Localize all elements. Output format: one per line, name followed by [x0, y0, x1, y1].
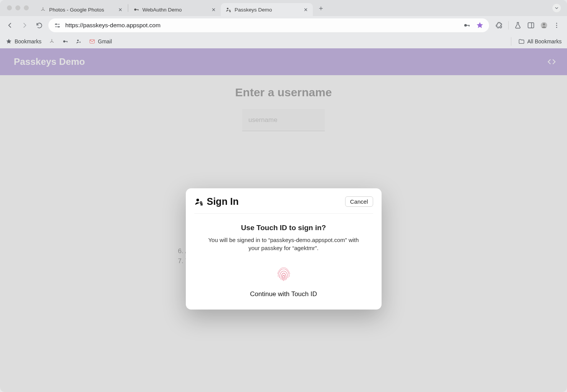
svg-point-13	[556, 23, 557, 24]
svg-point-23	[200, 201, 202, 203]
svg-point-16	[63, 40, 65, 42]
traffic-close[interactable]	[7, 5, 12, 10]
dialog-body: Use Touch ID to sign in? You will be sig…	[194, 224, 373, 298]
svg-point-4	[229, 10, 230, 11]
forward-button[interactable]	[19, 20, 30, 31]
extensions-icon[interactable]	[495, 21, 503, 29]
tab-title: WebAuthn Demo	[142, 7, 208, 13]
svg-rect-2	[138, 9, 138, 10]
toolbar: https://passkeys-demo.appspot.com	[0, 16, 567, 35]
svg-point-19	[77, 40, 79, 41]
close-icon[interactable]: ✕	[117, 7, 123, 12]
reload-button[interactable]	[34, 20, 45, 31]
svg-point-12	[543, 23, 545, 26]
separator	[511, 37, 511, 46]
traffic-zoom[interactable]	[24, 5, 29, 10]
sidepanel-icon[interactable]	[527, 21, 535, 29]
dialog-question: Use Touch ID to sign in?	[194, 224, 373, 232]
svg-rect-21	[90, 40, 94, 43]
password-key-icon[interactable]	[463, 21, 471, 29]
window-controls	[7, 5, 29, 10]
svg-point-20	[79, 42, 81, 43]
svg-point-7	[464, 24, 467, 27]
pinwheel-icon	[40, 7, 46, 13]
fingerprint-icon[interactable]	[273, 263, 294, 283]
svg-point-22	[196, 199, 199, 201]
tab-title: Photos - Google Photos	[49, 7, 114, 13]
tab-webauthn[interactable]: WebAuthn Demo ✕	[129, 3, 221, 16]
tabs-dropdown-button[interactable]	[552, 4, 561, 12]
svg-point-15	[556, 27, 557, 28]
bookmark-pinwheel[interactable]	[48, 38, 55, 45]
bookmark-gmail[interactable]: Gmail	[89, 38, 112, 45]
cancel-button[interactable]: Cancel	[345, 196, 373, 207]
labs-icon[interactable]	[514, 21, 522, 29]
person-key-icon	[75, 38, 82, 45]
svg-point-14	[556, 25, 557, 26]
profile-avatar[interactable]	[540, 21, 548, 29]
tab-title: Passkeys Demo	[235, 7, 300, 13]
bookmarks-bar: Bookmarks Gmail	[0, 35, 567, 48]
key-icon	[133, 7, 139, 13]
dialog-header: Sign In Cancel	[194, 196, 373, 214]
tab-strip: Photos - Google Photos ✕ WebAuthn Demo ✕…	[0, 0, 567, 16]
dialog-title: Sign In	[207, 196, 239, 207]
back-button[interactable]	[5, 20, 15, 31]
key-icon	[62, 38, 68, 45]
bookmark-person-key[interactable]	[75, 38, 82, 45]
svg-point-0	[134, 8, 136, 10]
person-key-icon	[194, 197, 203, 206]
all-bookmarks-button[interactable]: All Bookmarks	[518, 38, 562, 45]
svg-rect-6	[58, 26, 60, 27]
svg-rect-18	[67, 41, 67, 42]
toolbar-actions	[493, 21, 562, 30]
pinwheel-icon	[48, 38, 55, 45]
page-viewport: Passkeys Demo Enter a username username …	[0, 48, 567, 392]
tab-photos[interactable]: Photos - Google Photos ✕	[35, 3, 127, 16]
person-key-icon	[225, 7, 231, 13]
folder-icon	[518, 38, 525, 45]
traffic-minimize[interactable]	[15, 5, 20, 10]
new-tab-button[interactable]: ＋	[315, 2, 327, 14]
tabs: Photos - Google Photos ✕ WebAuthn Demo ✕…	[35, 0, 327, 16]
bookmark-key[interactable]	[62, 38, 68, 45]
separator	[508, 21, 509, 30]
tab-passkeys[interactable]: Passkeys Demo ✕	[221, 3, 313, 16]
bookmarks-menu[interactable]: Bookmarks	[5, 38, 41, 45]
browser-window: Photos - Google Photos ✕ WebAuthn Demo ✕…	[0, 0, 567, 392]
svg-rect-9	[469, 25, 469, 26]
svg-rect-10	[528, 23, 534, 28]
bookmarks-label: Bookmarks	[15, 38, 41, 44]
dialog-subtitle: You will be signed in to “passkeys-demo.…	[203, 236, 364, 252]
site-settings-icon[interactable]	[54, 22, 61, 29]
continue-label: Continue with Touch ID	[194, 290, 373, 298]
close-icon[interactable]: ✕	[211, 7, 216, 12]
bookmark-star-icon[interactable]	[476, 21, 484, 29]
svg-point-3	[227, 8, 228, 9]
menu-icon[interactable]	[553, 22, 560, 29]
close-icon[interactable]: ✕	[303, 7, 308, 12]
address-bar[interactable]: https://passkeys-demo.appspot.com	[48, 18, 489, 32]
tab-divider	[128, 4, 128, 12]
gmail-icon	[89, 38, 95, 45]
signin-dialog: Sign In Cancel Use Touch ID to sign in? …	[186, 188, 382, 310]
gmail-label: Gmail	[98, 38, 112, 44]
star-icon	[5, 38, 12, 45]
svg-rect-5	[55, 24, 57, 25]
all-bookmarks-label: All Bookmarks	[527, 38, 562, 44]
url-text: https://passkeys-demo.appspot.com	[65, 22, 458, 29]
